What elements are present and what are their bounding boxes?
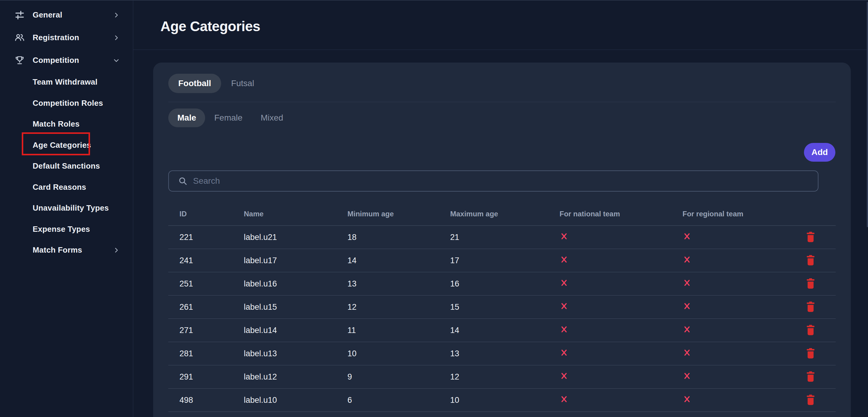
x-mark-icon [682,278,691,290]
cell-id: 261 [168,302,244,312]
cell-name: label.u13 [244,349,347,358]
x-mark-icon [682,348,691,359]
cell-max-age: 10 [450,395,560,405]
cell-actions [785,324,836,337]
cell-national [560,325,682,336]
sidebar-subitem-label: Competition Roles [33,98,103,108]
sidebar-subitem-label: Team Withdrawal [33,77,98,87]
x-mark-icon [682,371,691,383]
column-header-regional: For regional team [682,210,785,218]
trash-icon [805,231,816,243]
cell-id: 291 [168,372,244,382]
column-header-name: Name [244,210,347,218]
sidebar-subitem-unavailability-types[interactable]: Unavailability Types [0,198,133,219]
table-row: 221 label.u21 18 21 [168,226,836,249]
table-row: 251 label.u16 13 16 [168,272,836,296]
sport-tabs: Football Futsal [168,74,264,93]
page-title: Age Categories [160,18,260,34]
trash-icon [805,394,816,407]
sidebar-item-label: General [33,10,62,20]
cell-max-age: 14 [450,326,560,335]
cell-max-age: 15 [450,302,560,312]
cell-min-age: 6 [347,395,450,405]
sidebar-subitem-default-sanctions[interactable]: Default Sanctions [0,156,133,177]
cell-max-age: 12 [450,372,560,382]
tab-football[interactable]: Football [168,74,221,93]
cell-actions [785,348,836,360]
cell-max-age: 13 [450,349,560,358]
cell-actions [785,231,836,243]
sidebar-item-competition[interactable]: Competition [0,49,133,71]
sidebar-subitem-label: Age Categories [33,141,91,150]
sidebar-subitem-team-withdrawal[interactable]: Team Withdrawal [0,71,133,93]
cell-min-age: 12 [347,302,450,312]
x-mark-icon [682,325,691,336]
cell-actions [785,371,836,383]
chevron-right-icon [113,34,120,41]
x-mark-icon [682,255,691,266]
header-divider [133,50,868,50]
column-header-national: For national team [560,210,682,218]
cell-name: label.u17 [244,256,347,265]
x-mark-icon [560,371,568,383]
tune-icon [14,10,25,21]
add-button[interactable]: Add [804,143,835,162]
delete-button[interactable] [805,231,816,243]
tabs-divider [168,102,836,102]
sidebar-subitem-label: Unavailability Types [33,203,109,213]
tab-mixed[interactable]: Mixed [252,109,292,127]
x-mark-icon [560,348,568,359]
x-mark-icon [560,325,568,336]
sidebar-competition-children: Team Withdrawal Competition Roles Match … [0,71,133,261]
table-header-row: ID Name Minimum age Maximum age For nati… [168,202,836,226]
sidebar-item-label: Registration [33,33,79,42]
sidebar-subitem-match-forms[interactable]: Match Forms [0,240,133,261]
sidebar-subitem-label: Expense Types [33,225,90,234]
chevron-down-icon [113,57,120,64]
delete-button[interactable] [805,371,816,383]
sidebar-subitem-competition-roles[interactable]: Competition Roles [0,93,133,114]
delete-button[interactable] [805,348,816,360]
cell-name: label.u10 [244,395,347,405]
sidebar-subitem-expense-types[interactable]: Expense Types [0,219,133,240]
scrollbar-thumb[interactable] [867,2,868,227]
tab-male[interactable]: Male [168,109,205,127]
delete-button[interactable] [805,301,816,314]
search-input[interactable] [193,176,811,186]
delete-button[interactable] [805,324,816,337]
sidebar-item-label: Competition [33,56,79,65]
x-mark-icon [560,278,568,290]
cell-min-age: 9 [347,372,450,382]
cell-id: 241 [168,256,244,265]
sidebar-item-general[interactable]: General [0,4,133,26]
cell-national [560,278,682,290]
delete-button[interactable] [805,394,816,407]
tab-female[interactable]: Female [205,109,251,127]
table-row: 498 label.u10 6 10 [168,389,836,412]
sidebar-subitem-age-categories[interactable]: Age Categories [0,135,133,156]
cell-regional [682,325,785,336]
cell-regional [682,302,785,313]
cell-name: label.u12 [244,372,347,382]
cell-regional [682,232,785,243]
table-row: 271 label.u14 11 14 [168,319,836,342]
sidebar-subitem-card-reasons[interactable]: Card Reasons [0,177,133,198]
column-header-min-age: Minimum age [347,210,450,218]
cell-actions [785,394,836,407]
cell-min-age: 14 [347,256,450,265]
delete-button[interactable] [805,255,816,267]
sidebar-subitem-match-roles[interactable]: Match Roles [0,114,133,135]
trash-icon [805,278,816,290]
content-panel: Football Futsal Male Female Mixed Add ID… [153,63,851,417]
sidebar-item-registration[interactable]: Registration [0,26,133,49]
cell-id: 251 [168,279,244,289]
sidebar-subitem-label: Match Roles [33,119,80,129]
trash-icon [805,255,816,267]
cell-regional [682,395,785,406]
trash-icon [805,371,816,383]
tab-futsal[interactable]: Futsal [221,74,264,93]
column-header-id: ID [168,210,244,218]
cell-max-age: 16 [450,279,560,289]
cell-regional [682,255,785,266]
delete-button[interactable] [805,278,816,290]
